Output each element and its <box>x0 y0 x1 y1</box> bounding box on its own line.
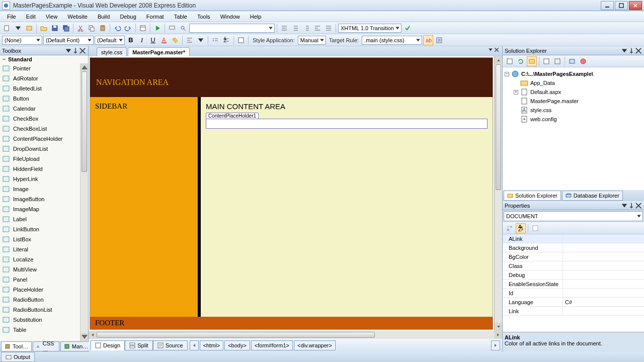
find-button[interactable] <box>178 23 188 33</box>
editor-tab-style[interactable]: style.css <box>97 47 127 56</box>
reuse-style-button[interactable]: ab <box>423 35 433 45</box>
menu-build[interactable]: Build <box>93 13 115 21</box>
toolbox-item[interactable]: Panel <box>0 275 88 285</box>
tab-solution-explorer[interactable]: Solution Explorer <box>504 191 561 201</box>
font-combo[interactable]: (Default Font) <box>43 36 94 45</box>
toolbox-item[interactable]: HiddenField <box>0 164 88 174</box>
source-view-button[interactable]: Source <box>153 340 188 350</box>
toolbox-item[interactable]: Label <box>0 214 88 224</box>
new-dropdown-icon[interactable] <box>13 23 23 33</box>
property-row[interactable]: LanguageC# <box>503 298 644 307</box>
design-surface[interactable]: NAVIGATION AREA SIDEBAR MAIN CONTENT ARE… <box>89 56 502 331</box>
menu-website[interactable]: Website <box>62 13 93 21</box>
prop-value[interactable] <box>563 270 644 279</box>
browse-button[interactable] <box>138 23 148 33</box>
toolbox-item[interactable]: BulletedList <box>0 83 88 94</box>
show-overlay-button[interactable] <box>434 35 444 45</box>
align-dropdown-icon[interactable] <box>196 35 206 45</box>
editor-vscrollbar[interactable] <box>494 56 502 331</box>
property-pages-button[interactable] <box>530 223 540 233</box>
menu-debug[interactable]: Debug <box>115 13 141 21</box>
element-combo[interactable]: (None) <box>2 36 42 45</box>
toolbox-item[interactable]: Substitution <box>0 315 88 325</box>
toolbox-item[interactable]: AdRotator <box>0 73 88 83</box>
tab-css[interactable]: ACSS … <box>33 341 59 351</box>
paste-button[interactable] <box>98 23 108 33</box>
chevron-down-icon[interactable] <box>65 47 72 54</box>
solution-tree[interactable]: − C:\...\MasterPagesExample\ App_Data +D… <box>503 67 644 190</box>
scroll-down-icon[interactable] <box>495 323 502 331</box>
underline-button[interactable]: U <box>148 35 158 45</box>
property-row[interactable]: ALink <box>503 234 644 243</box>
justify-button[interactable] <box>324 23 334 33</box>
scroll-down-icon[interactable] <box>80 333 88 341</box>
tree-node[interactable]: MasterPage.master <box>505 97 642 106</box>
close-tab-icon[interactable] <box>494 47 499 52</box>
properties-grid[interactable]: ALinkBackgroundBgColorClassDebugEnableSe… <box>503 234 644 332</box>
navigation-area[interactable]: NAVIGATION AREA <box>90 58 493 97</box>
code-view-button[interactable] <box>541 56 551 66</box>
refresh-button[interactable] <box>516 56 526 66</box>
chevron-down-icon[interactable] <box>621 47 628 54</box>
cut-button[interactable] <box>75 23 86 33</box>
backcolor-button[interactable] <box>170 35 180 45</box>
prop-value[interactable] <box>563 307 644 315</box>
menu-table[interactable]: Table <box>169 13 192 21</box>
prop-value[interactable] <box>563 280 644 288</box>
toolbox-item[interactable]: RadioButtonList <box>0 305 88 315</box>
toolbox-item[interactable]: CheckBoxList <box>0 124 88 134</box>
menu-view[interactable]: View <box>41 13 63 21</box>
toolbox-item[interactable]: ContentPlaceHolder <box>0 134 88 144</box>
add-item-button[interactable] <box>24 23 34 33</box>
new-item-button[interactable] <box>2 23 12 33</box>
tree-node[interactable]: App_Data <box>505 78 642 87</box>
toolbox-item[interactable]: Pointer <box>0 63 88 73</box>
toolbox-item[interactable]: RadioButton <box>0 295 88 305</box>
close-icon[interactable] <box>635 47 642 54</box>
editor-tab-master[interactable]: MasterPage.master* <box>128 47 190 56</box>
scroll-up-icon[interactable] <box>495 56 502 64</box>
toolbox-item[interactable]: HyperLink <box>0 174 88 184</box>
align-button[interactable] <box>312 23 323 33</box>
copy-button[interactable] <box>87 23 97 33</box>
menu-help[interactable]: Help <box>245 13 267 21</box>
open-button[interactable] <box>39 23 49 33</box>
scroll-thumb[interactable] <box>82 71 87 172</box>
categorized-button[interactable] <box>505 223 515 233</box>
menu-file[interactable]: File <box>2 13 21 21</box>
toolbox-item[interactable]: ImageButton <box>0 194 88 204</box>
pin-icon[interactable] <box>628 47 635 54</box>
properties-button[interactable] <box>505 56 515 66</box>
indent-more-button[interactable] <box>301 23 311 33</box>
breadcrumb-div[interactable]: <div.wrapper> <box>294 340 336 350</box>
save-button[interactable] <box>50 23 60 33</box>
breadcrumb-body[interactable]: <body> <box>224 340 250 350</box>
nest-button[interactable] <box>527 56 537 66</box>
content-placeholder-body[interactable] <box>206 119 488 129</box>
plus-icon[interactable]: + <box>514 90 518 95</box>
tab-database-explorer[interactable]: Database Explorer <box>562 191 623 201</box>
property-row[interactable]: Debug <box>503 270 644 280</box>
undo-button[interactable] <box>112 23 122 33</box>
toolbox-item[interactable]: Table <box>0 325 88 335</box>
toolbox-item[interactable]: Localize <box>0 254 88 264</box>
tab-toolbox[interactable]: Tool… <box>1 341 32 351</box>
tree-root[interactable]: − C:\...\MasterPagesExample\ <box>505 69 642 78</box>
toolbox-item[interactable]: DropDownList <box>0 144 88 154</box>
tree-node[interactable]: +Default.aspx <box>505 87 642 97</box>
design-view-button[interactable]: Design <box>91 340 125 350</box>
alphabetical-button[interactable]: AZ <box>516 223 526 233</box>
breadcrumb-html[interactable]: <html> <box>200 340 224 350</box>
property-row[interactable]: BgColor <box>503 252 644 261</box>
menu-tools[interactable]: Tools <box>192 13 215 21</box>
toolbox-item[interactable]: FileUpload <box>0 154 88 164</box>
save-all-button[interactable] <box>61 23 71 33</box>
indent-button[interactable] <box>290 23 300 33</box>
content-placeholder-tag[interactable]: ContentPlaceHolder1 <box>206 113 259 119</box>
find-combo[interactable] <box>189 24 275 33</box>
toolbox-section-standard[interactable]: Standard <box>0 55 88 63</box>
toolbox-scrollbar[interactable] <box>80 63 88 341</box>
pin-icon[interactable] <box>628 202 635 209</box>
property-row[interactable]: Id <box>503 289 644 298</box>
prop-value[interactable] <box>563 243 644 252</box>
